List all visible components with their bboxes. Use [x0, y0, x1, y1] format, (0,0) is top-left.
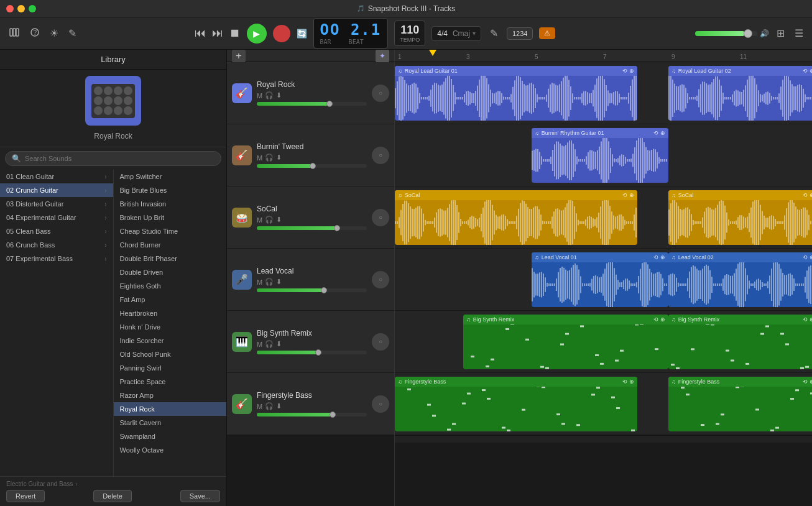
- clip-burnin-tweed-0[interactable]: ♫Burnin' Rhythm Guitar 01⟲ ⊕: [532, 128, 668, 183]
- track-volume-knob-royal-rock[interactable]: ○: [372, 85, 389, 102]
- clip-socal-1[interactable]: ♫SoCal⟲ ⊕: [668, 190, 812, 245]
- clip-fingerstyle-bass-0[interactable]: ♫Fingerstyle Bass⟲ ⊕: [395, 377, 637, 431]
- track-fader-lead-vocal[interactable]: [257, 288, 367, 292]
- clip-big-synth-remix-1[interactable]: ♫Big Synth Remix⟲ ⊕: [668, 315, 812, 369]
- time-signature[interactable]: 4/4 Cmaj ▾: [431, 26, 481, 41]
- preset-item-old-school-punk[interactable]: Old School Punk: [114, 347, 227, 361]
- fader-knob-lead-vocal[interactable]: [321, 287, 327, 293]
- delete-button[interactable]: Delete: [93, 490, 132, 502]
- fastforward-button[interactable]: ⏭: [212, 27, 223, 40]
- track-fader-fingerstyle-bass[interactable]: [257, 413, 367, 416]
- warning-button[interactable]: ⚠: [539, 27, 555, 39]
- rewind-button[interactable]: ⏮: [195, 27, 206, 40]
- headphones-button-lead-vocal[interactable]: 🎧: [265, 278, 274, 286]
- fader-knob-burnin-tweed[interactable]: [310, 163, 316, 169]
- minimize-button[interactable]: [17, 5, 25, 12]
- horizontal-scrollbar[interactable]: [395, 435, 812, 443]
- category-item-05-clean-bass[interactable]: 05 Clean Bass›: [0, 224, 113, 238]
- save-button[interactable]: Save...: [180, 490, 220, 502]
- category-item-02-crunch-guitar[interactable]: 02 Crunch Guitar›: [0, 183, 113, 197]
- track-volume-knob-socal[interactable]: ○: [372, 209, 389, 226]
- help-button[interactable]: ?: [27, 26, 42, 41]
- fader-knob-big-synth-remix[interactable]: [315, 349, 321, 356]
- clip-socal-0[interactable]: ♫SoCal⟲ ⊕: [395, 190, 637, 245]
- mute-button-fingerstyle-bass[interactable]: M: [257, 403, 262, 410]
- close-button[interactable]: [6, 5, 14, 12]
- editor-toggle-button[interactable]: ⊞: [774, 26, 787, 40]
- tempo-display[interactable]: 110 TEMPO: [394, 21, 425, 46]
- volume-knob[interactable]: [744, 29, 752, 38]
- add-track-button[interactable]: +: [232, 50, 246, 63]
- headphones-button-fingerstyle-bass[interactable]: 🎧: [265, 402, 274, 410]
- preset-item-indie-scorcher[interactable]: Indie Scorcher: [114, 334, 227, 347]
- cycle-button[interactable]: 🔄: [297, 29, 307, 39]
- track-fader-burnin-tweed[interactable]: [257, 164, 367, 168]
- preset-item-swampland[interactable]: Swampland: [114, 430, 227, 443]
- preset-item-royal-rock[interactable]: Royal Rock: [114, 402, 227, 416]
- maximize-button[interactable]: [29, 5, 36, 12]
- master-pencil-button[interactable]: ✎: [487, 26, 501, 40]
- clip-lead-vocal-1[interactable]: ♫Lead Vocal 02⟲ ⊕: [668, 252, 812, 307]
- track-volume-knob-big-synth-remix[interactable]: ○: [372, 333, 389, 351]
- mute-button-royal-rock[interactable]: M: [257, 92, 262, 99]
- track-volume-knob-lead-vocal[interactable]: ○: [372, 271, 389, 288]
- fader-knob-fingerstyle-bass[interactable]: [330, 412, 336, 418]
- clip-lead-vocal-0[interactable]: ♫Lead Vocal 01⟲ ⊕: [532, 252, 668, 307]
- input-button-burnin-tweed[interactable]: ⬇: [276, 154, 282, 162]
- preset-item-chord-burner[interactable]: Chord Burner: [114, 238, 227, 252]
- preset-item-amp-switcher[interactable]: Amp Switcher: [114, 170, 227, 183]
- timeline-content[interactable]: ♫Royal Lead Guitar 01⟲ ⊕♫Royal Lead Guit…: [395, 62, 812, 506]
- lcd-button[interactable]: ☀: [47, 26, 61, 40]
- headphones-button-big-synth-remix[interactable]: 🎧: [265, 340, 274, 348]
- input-button-big-synth-remix[interactable]: ⬇: [276, 340, 282, 348]
- stop-button[interactable]: ⏹: [229, 27, 241, 40]
- pencil-button[interactable]: ✎: [66, 26, 79, 40]
- track-fader-socal[interactable]: [257, 226, 367, 230]
- category-item-01-clean-guitar[interactable]: 01 Clean Guitar›: [0, 170, 113, 183]
- preset-item-panning-swirl[interactable]: Panning Swirl: [114, 361, 227, 375]
- record-button[interactable]: [273, 25, 290, 42]
- preset-item-broken-up-brit[interactable]: Broken Up Brit: [114, 211, 227, 224]
- pitch-button[interactable]: 1234: [507, 27, 533, 40]
- track-fader-big-synth-remix[interactable]: [257, 351, 367, 354]
- revert-button[interactable]: Revert: [6, 490, 45, 502]
- category-item-04-experimental-guitar[interactable]: 04 Experimental Guitar›: [0, 211, 113, 224]
- clip-big-synth-remix-0[interactable]: ♫Big Synth Remix⟲ ⊕: [463, 315, 668, 369]
- mute-button-lead-vocal[interactable]: M: [257, 278, 262, 286]
- smart-control-button[interactable]: ✦: [376, 50, 389, 63]
- fader-knob-socal[interactable]: [334, 225, 340, 231]
- mute-button-burnin-tweed[interactable]: M: [257, 154, 262, 162]
- search-input[interactable]: [25, 155, 215, 162]
- preset-item-fat-amp[interactable]: Fat Amp: [114, 293, 227, 306]
- preset-item-eighties-goth[interactable]: Eighties Goth: [114, 279, 227, 293]
- volume-track[interactable]: [695, 31, 757, 36]
- input-button-socal[interactable]: ⬇: [276, 216, 282, 224]
- input-button-fingerstyle-bass[interactable]: ⬇: [276, 402, 282, 410]
- preset-item-starlit-cavern[interactable]: Starlit Cavern: [114, 416, 227, 430]
- preset-item-cheap-studio-time[interactable]: Cheap Studio Time: [114, 224, 227, 238]
- input-button-royal-rock[interactable]: ⬇: [276, 91, 282, 99]
- clip-royal-rock-0[interactable]: ♫Royal Lead Guitar 01⟲ ⊕: [395, 66, 637, 121]
- headphones-button-socal[interactable]: 🎧: [265, 216, 274, 224]
- preset-item-british-invasion[interactable]: British Invasion: [114, 197, 227, 211]
- clip-royal-rock-1[interactable]: ♫Royal Lead Guitar 02⟲ ⊕: [668, 66, 812, 121]
- preset-item-razor-amp[interactable]: Razor Amp: [114, 389, 227, 402]
- category-item-06-crunch-bass[interactable]: 06 Crunch Bass›: [0, 238, 113, 252]
- mute-button-socal[interactable]: M: [257, 216, 262, 224]
- preset-item-big-brute-blues[interactable]: Big Brute Blues: [114, 183, 227, 197]
- play-button[interactable]: ▶: [247, 24, 267, 44]
- search-bar[interactable]: 🔍: [5, 151, 221, 166]
- preset-item-heartbroken[interactable]: Heartbroken: [114, 306, 227, 320]
- mute-button-big-synth-remix[interactable]: M: [257, 341, 262, 348]
- track-volume-knob-burnin-tweed[interactable]: ○: [372, 147, 389, 164]
- category-item-07-experimental-bass[interactable]: 07 Experimental Bass›: [0, 252, 113, 265]
- category-item-03-distorted-guitar[interactable]: 03 Distorted Guitar›: [0, 197, 113, 211]
- fader-knob-royal-rock[interactable]: [326, 101, 333, 107]
- preset-item-honk-n-drive[interactable]: Honk n' Drive: [114, 320, 227, 334]
- track-volume-knob-fingerstyle-bass[interactable]: ○: [372, 395, 389, 413]
- preset-item-double-driven[interactable]: Double Driven: [114, 265, 227, 279]
- preset-item-double-brit-phaser[interactable]: Double Brit Phaser: [114, 252, 227, 265]
- input-button-lead-vocal[interactable]: ⬇: [276, 278, 282, 286]
- preset-item-woolly-octave[interactable]: Woolly Octave: [114, 443, 227, 457]
- list-view-button[interactable]: ☰: [792, 26, 806, 40]
